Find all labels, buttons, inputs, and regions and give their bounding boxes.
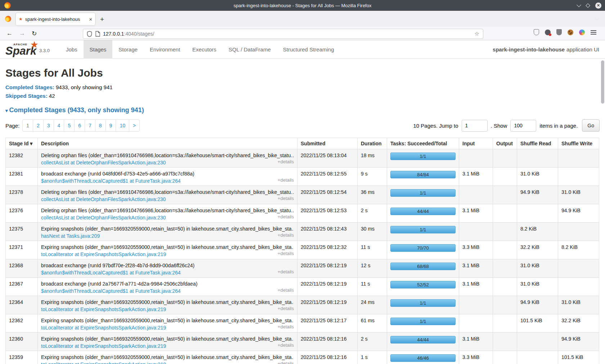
column-header[interactable]: Submitted [297,138,358,149]
stage-detail-link[interactable]: $anonfun$withThreadLocalCaptured$1 at Fu… [41,270,181,276]
column-header[interactable]: Shuffle Read [517,138,558,149]
nav-item-stages[interactable]: Stages [84,40,113,58]
pinwheel-extension-icon[interactable] [579,29,585,35]
details-toggle[interactable]: +details [278,342,294,348]
details-toggle[interactable]: +details [278,361,294,364]
ublock-extension-icon[interactable] [556,29,562,35]
back-button[interactable]: ← [6,30,13,37]
details-toggle[interactable]: +details [278,324,294,329]
column-header[interactable]: Stage Id ▾ [6,138,38,149]
stage-detail-link[interactable]: toLocalIterator at ExpireSnapshotsSparkA… [41,251,166,257]
jump-controls: 10 Pages. Jump to . Show items in a page… [413,119,600,132]
column-header[interactable]: Shuffle Write [558,138,599,149]
stage-detail-link[interactable]: toLocalIterator at ExpireSnapshotsSparkA… [41,361,166,364]
nav-item-storage[interactable]: Storage [112,40,144,58]
page-info-icon[interactable] [95,31,100,37]
nav-item-jobs[interactable]: Jobs [60,40,84,58]
column-header[interactable]: Duration [358,138,387,149]
tab-close-icon[interactable]: × [89,16,92,22]
menu-icon[interactable] [591,30,596,35]
page-button->[interactable]: > [129,119,140,132]
submitted-cell: 2022/11/25 08:12:16 [297,333,358,351]
tasks-progress-bar: 1/1 [390,299,456,307]
forward-button[interactable]: → [19,30,25,37]
page-button-5[interactable]: 5 [64,119,75,132]
page-button-7[interactable]: 7 [85,119,95,132]
reload-button[interactable]: ↻ [32,30,37,37]
page-button-8[interactable]: 8 [95,119,106,132]
url-bar[interactable]: 127.0.0.1 :4040/stages/ ☆ [83,29,483,39]
stage-detail-link[interactable]: $anonfun$withThreadLocalCaptured$1 at Fu… [41,178,181,184]
tasks-cell: 70/70 [387,241,459,259]
nav-item-executors[interactable]: Executors [186,40,223,58]
input-cell [459,296,493,314]
firefox-icon[interactable] [5,16,11,22]
shuffle-read-cell: 32.2 KiB [517,241,558,259]
nav-item-environment[interactable]: Environment [144,40,186,58]
stage-detail-link[interactable]: toLocalIterator at ExpireSnapshotsSparkA… [41,306,166,312]
page-button-2[interactable]: 2 [33,119,44,132]
nav-item-sql-dataframe[interactable]: SQL / DataFrame [223,40,277,58]
page-button-3[interactable]: 3 [43,119,54,132]
column-header[interactable]: Tasks: Succeeded/Total [387,138,459,149]
column-header[interactable]: Output [493,138,517,149]
tab-list-chevron-icon[interactable] [595,16,599,21]
mask-extension-icon[interactable] [545,29,551,35]
table-row: 12364 Expiring snapshots (older_than=166… [6,296,599,314]
submitted-cell: 2022/11/25 08:12:32 [297,241,358,259]
column-header[interactable]: Description [38,138,297,149]
details-toggle[interactable]: +details [278,269,294,274]
browser-tab[interactable]: ★ spark-ingest-into-lakehous × [16,13,95,25]
shield-permissions-icon[interactable] [87,31,92,37]
nav-item-structured-streaming[interactable]: Structured Streaming [277,40,340,58]
page-button-4[interactable]: 4 [54,119,64,132]
details-toggle[interactable]: +details [278,306,294,311]
skipped-stages-label[interactable]: Skipped Stages: [5,93,48,99]
details-toggle[interactable]: +details [278,159,294,164]
pagination-row: Page: 12345678910> 10 Pages. Jump to . S… [5,119,600,132]
collapse-arrow-icon: ▾ [5,108,8,113]
page-button-9[interactable]: 9 [106,119,116,132]
description-cell: Expiring snapshots (older_than=166932055… [38,351,297,364]
go-button[interactable]: Go [582,119,600,132]
stage-detail-link[interactable]: collectAsList at DeleteOrphanFilesSparkA… [41,196,166,202]
spark-logo[interactable]: APACHE Spark ★ 3.3.0 [0,40,50,58]
column-header[interactable]: Input [459,138,493,149]
completed-stages-label[interactable]: Completed Stages: [5,84,54,90]
page-scrollbar[interactable] [601,60,604,104]
bookmark-star-icon[interactable]: ☆ [475,31,479,37]
details-toggle[interactable]: +details [278,177,294,183]
tasks-progress-bar: 1/1 [390,318,456,325]
show-count-input[interactable] [510,120,536,132]
submitted-cell: 2022/11/25 08:12:19 [297,259,358,278]
page-button-10[interactable]: 10 [116,119,129,132]
details-toggle[interactable]: +details [278,214,294,219]
minimize-icon[interactable] [577,3,581,7]
output-cell [493,259,517,278]
stage-detail-link[interactable]: $anonfun$withThreadLocalCaptured$1 at Fu… [41,288,181,294]
stage-detail-link[interactable]: collectAsList at DeleteOrphanFilesSparkA… [41,215,166,220]
skipped-stages-value: 42 [48,93,55,99]
new-tab-button[interactable]: + [100,15,104,23]
stage-id-cell: 12378 [6,186,38,204]
jump-to-input[interactable] [462,120,488,132]
tasks-cell: 1/1 [387,186,459,204]
shuffle-read-cell [517,333,558,351]
stage-detail-link[interactable]: hasNext at Tasks.java:209 [41,233,100,239]
cookie-extension-icon[interactable] [568,29,573,35]
maximize-icon[interactable] [586,3,590,8]
window-close-icon[interactable]: × [595,3,601,9]
details-toggle[interactable]: +details [278,232,294,238]
completed-stages-section-header[interactable]: ▾Completed Stages (9433, only showing 94… [5,106,600,114]
page-button-1[interactable]: 1 [22,119,33,132]
stage-detail-link[interactable]: toLocalIterator at ExpireSnapshotsSparkA… [41,343,166,349]
tasks-progress-bar: 1/1 [390,226,456,233]
application-id: spark-ingest-into-lakehouse application … [493,40,605,58]
details-toggle[interactable]: +details [278,196,294,201]
details-toggle[interactable]: +details [278,287,294,293]
page-button-6[interactable]: 6 [74,119,85,132]
stage-detail-link[interactable]: collectAsList at DeleteOrphanFilesSparkA… [41,160,166,165]
stage-detail-link[interactable]: toLocalIterator at ExpireSnapshotsSparkA… [41,325,166,331]
shield-extension-icon[interactable] [534,29,539,35]
details-toggle[interactable]: +details [278,251,294,256]
